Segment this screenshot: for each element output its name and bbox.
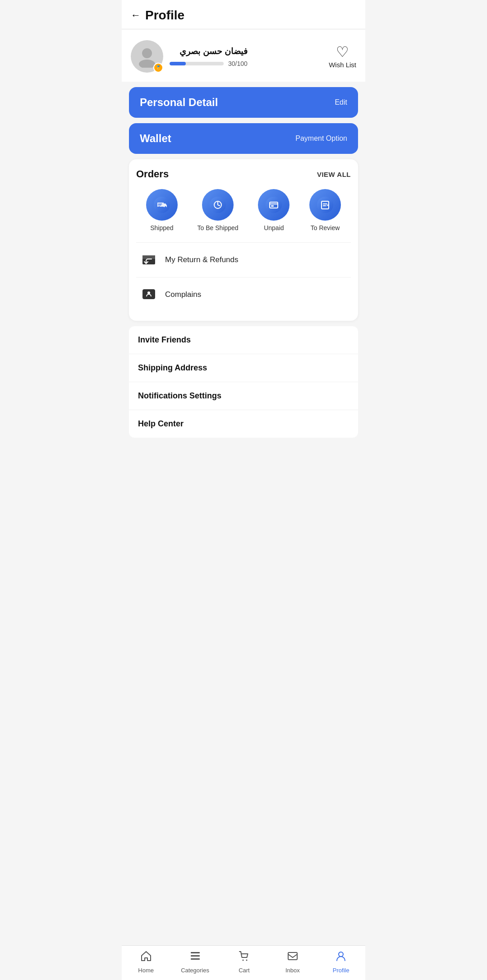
wishlist-label: Wish List: [329, 61, 356, 69]
nav-inbox-label: Inbox: [285, 967, 300, 974]
nav-home-label: Home: [138, 967, 154, 974]
order-to-review[interactable]: To Review: [309, 189, 341, 231]
svg-rect-9: [271, 205, 274, 207]
svg-point-20: [246, 960, 248, 961]
personal-detail-title: Personal Detail: [140, 96, 218, 109]
svg-point-7: [266, 197, 282, 213]
return-refunds-label: My Return & Refunds: [165, 255, 239, 264]
svg-rect-16: [191, 952, 200, 953]
profile-name: فيضان حسن بصري: [170, 46, 248, 56]
profile-section: 🏅 فيضان حسن بصري 30/100 ♡ Wish List: [122, 29, 365, 82]
nav-categories[interactable]: Categories: [181, 950, 209, 974]
inbox-icon: [287, 950, 299, 965]
orders-title: Orders: [136, 168, 169, 180]
profile-info: فيضان حسن بصري 30/100: [170, 46, 248, 67]
wallet-card[interactable]: Wallet Payment Option: [129, 123, 358, 154]
complains-label: Complains: [165, 290, 201, 299]
svg-rect-18: [191, 958, 200, 960]
shipping-address-item[interactable]: Shipping Address: [129, 354, 358, 382]
home-icon: [140, 950, 152, 965]
nav-profile-label: Profile: [333, 967, 349, 974]
shipped-icon-circle: [146, 189, 178, 221]
complains-item[interactable]: Complains: [136, 277, 351, 312]
nav-home[interactable]: Home: [133, 950, 160, 974]
complains-icon: [140, 286, 158, 304]
nav-cart[interactable]: Cart: [230, 950, 257, 974]
heart-icon: ♡: [336, 45, 349, 59]
profile-icon: [335, 950, 347, 965]
avatar: 🏅: [131, 40, 163, 73]
to-review-icon-circle: [309, 189, 341, 221]
orders-header: Orders VIEW ALL: [136, 168, 351, 180]
orders-card: Orders VIEW ALL Shi: [129, 159, 358, 321]
progress-label: 30/100: [228, 60, 248, 67]
back-button[interactable]: ←: [131, 9, 141, 21]
progress-bar-bg: [170, 62, 224, 65]
nav-inbox[interactable]: Inbox: [279, 950, 306, 974]
svg-point-4: [165, 206, 166, 208]
profile-left: 🏅 فيضان حسن بصري 30/100: [131, 40, 248, 73]
header: ← Profile: [122, 0, 365, 29]
extra-menu-section: Invite Friends Shipping Address Notifica…: [129, 326, 358, 438]
svg-point-10: [317, 197, 333, 213]
help-center-item[interactable]: Help Center: [129, 410, 358, 438]
payment-option-button[interactable]: Payment Option: [295, 134, 347, 143]
svg-point-1: [139, 60, 155, 68]
order-shipped[interactable]: Shipped: [146, 189, 178, 231]
badge-icon: 🏅: [153, 63, 163, 73]
svg-point-22: [339, 952, 343, 957]
page-title: Profile: [145, 8, 184, 23]
order-to-be-shipped[interactable]: To Be Shipped: [198, 189, 239, 231]
svg-point-19: [243, 960, 244, 961]
cart-icon: [238, 950, 250, 965]
return-refunds-item[interactable]: My Return & Refunds: [136, 243, 351, 277]
notifications-settings-item[interactable]: Notifications Settings: [129, 382, 358, 410]
wallet-title: Wallet: [140, 132, 171, 145]
to-be-shipped-label: To Be Shipped: [198, 224, 239, 231]
progress-row: 30/100: [170, 60, 248, 67]
svg-rect-21: [288, 952, 297, 960]
svg-point-3: [158, 206, 160, 208]
invite-friends-item[interactable]: Invite Friends: [129, 326, 358, 354]
to-review-label: To Review: [311, 224, 340, 231]
orders-icons-row: Shipped To Be Shipped: [136, 189, 351, 231]
nav-categories-label: Categories: [181, 967, 209, 974]
unpaid-icon-circle: [258, 189, 289, 221]
return-icon: [140, 251, 158, 269]
progress-bar-fill: [170, 62, 186, 65]
to-be-shipped-icon-circle: [202, 189, 234, 221]
personal-detail-card[interactable]: Personal Detail Edit: [129, 87, 358, 118]
categories-icon: [189, 950, 201, 965]
svg-point-0: [142, 48, 152, 58]
shipped-label: Shipped: [150, 224, 173, 231]
wishlist-button[interactable]: ♡ Wish List: [329, 45, 356, 69]
edit-button[interactable]: Edit: [335, 98, 347, 106]
nav-cart-label: Cart: [239, 967, 250, 974]
view-all-button[interactable]: VIEW ALL: [317, 171, 351, 178]
svg-rect-17: [191, 955, 200, 957]
nav-profile[interactable]: Profile: [327, 950, 354, 974]
svg-rect-13: [142, 255, 155, 259]
order-unpaid[interactable]: Unpaid: [258, 189, 289, 231]
bottom-nav: Home Categories Cart Inbox: [122, 945, 365, 980]
unpaid-label: Unpaid: [264, 224, 284, 231]
